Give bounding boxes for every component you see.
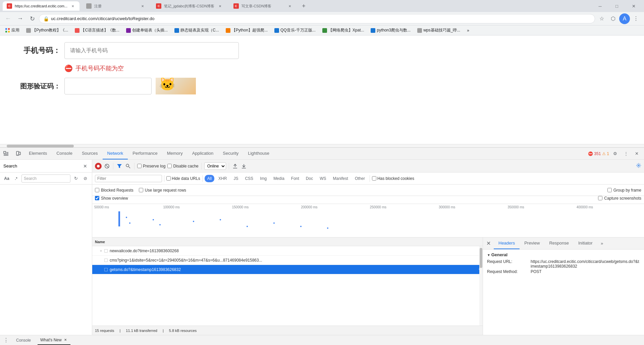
search-network-button[interactable] (125, 163, 131, 169)
search-regex-button[interactable]: .* (12, 175, 20, 183)
captcha-image[interactable]: 🐱 (156, 78, 196, 94)
type-btn-xhr[interactable]: XHR (216, 175, 229, 182)
extensions-icon[interactable]: ⬡ (608, 13, 619, 24)
has-blocked-cookies-checkbox[interactable]: Has blocked cookies (372, 176, 414, 181)
tab-3-close[interactable]: ✕ (217, 3, 223, 9)
type-btn-ws[interactable]: WS (317, 175, 329, 182)
type-btn-font[interactable]: Font (288, 175, 302, 182)
bookmark-xpath[interactable]: 【网络爬虫】Xpat... (320, 27, 367, 34)
disable-cache-input[interactable] (167, 164, 172, 168)
bottom-tab-console[interactable]: Console (13, 336, 34, 345)
bookmark-wps[interactable]: wps基础技巧篇_哔... (415, 27, 463, 34)
bookmark-more[interactable]: » (464, 27, 472, 34)
search-input[interactable]: Search (24, 176, 68, 181)
tab-2-close[interactable]: ✕ (140, 3, 145, 9)
tab-1-close[interactable]: ✕ (70, 3, 75, 9)
devtools-tab-memory[interactable]: Memory (162, 148, 187, 159)
devtools-tab-application[interactable]: Application (187, 148, 218, 159)
bookmark-linkedlist[interactable]: 创建单链表（头插... (123, 27, 170, 34)
large-rows-checkbox[interactable]: Use large request rows (139, 188, 186, 193)
close-button[interactable]: ✕ (626, 1, 641, 11)
detail-tab-response[interactable]: Response (544, 237, 574, 249)
import-har-button[interactable] (232, 163, 238, 169)
bookmark-static[interactable]: 静态链表及实现（C... (172, 27, 222, 34)
page-scrollbar-h[interactable] (0, 144, 644, 147)
bottom-more-button[interactable]: ⋮ (3, 337, 9, 344)
maximize-button[interactable]: □ (609, 1, 625, 11)
forward-button[interactable]: → (15, 13, 25, 24)
network-settings-icon[interactable] (636, 163, 641, 169)
devtools-device-icon[interactable] (12, 148, 24, 159)
profile-icon[interactable]: A (619, 13, 630, 24)
record-button[interactable] (95, 163, 102, 169)
address-bar[interactable]: 🔒 uc.creditcard.ecitic.com/citiccard/ucw… (39, 14, 595, 23)
bookmark-star-icon[interactable]: ☆ (596, 13, 607, 24)
devtools-tab-performance[interactable]: Performance (128, 148, 162, 159)
type-btn-all[interactable]: All (205, 175, 214, 182)
show-overview-input[interactable] (95, 196, 99, 200)
filter-input[interactable] (95, 175, 162, 182)
search-refresh-button[interactable]: ↻ (72, 175, 80, 183)
minimize-button[interactable]: ─ (592, 1, 608, 11)
type-btn-manifest[interactable]: Manifest (330, 175, 351, 182)
type-btn-doc[interactable]: Doc (303, 175, 316, 182)
refresh-button[interactable]: ↻ (27, 13, 38, 24)
table-row[interactable]: getsms.do?&timestamp1613983626832 ▼ (92, 265, 483, 274)
bookmark-apps[interactable]: 应用 (3, 27, 22, 34)
devtools-close-button[interactable]: ✕ (632, 149, 641, 158)
bookmark-py3[interactable]: python3爬虫与数... (368, 27, 413, 34)
back-button[interactable]: ← (3, 13, 13, 24)
devtools-inspect-icon[interactable] (0, 148, 12, 159)
bookmark-c[interactable]: 【C语言描述】《数... (72, 27, 122, 34)
detail-tab-headers[interactable]: Headers (494, 237, 520, 249)
requests-list-scrollbar[interactable] (479, 246, 483, 326)
has-blocked-cookies-input[interactable] (372, 176, 376, 181)
group-by-frame-input[interactable] (607, 188, 612, 192)
bookmark-qq-music[interactable]: QQ音乐-千万正版... (272, 27, 318, 34)
bottom-tab-whats-new[interactable]: What's New ✕ (38, 336, 70, 345)
type-btn-css[interactable]: CSS (242, 175, 256, 182)
type-btn-media[interactable]: Media (271, 175, 287, 182)
capture-screenshots-checkbox[interactable]: Capture screenshots (598, 196, 641, 201)
blocked-requests-input[interactable] (95, 188, 99, 192)
devtools-tab-console[interactable]: Console (52, 148, 77, 159)
disable-cache-checkbox[interactable]: Disable cache (167, 164, 198, 168)
tab-2[interactable]: 注册 ✕ (82, 1, 149, 11)
show-overview-checkbox[interactable]: Show overview (95, 196, 128, 201)
capture-screenshots-input[interactable] (598, 196, 602, 200)
table-row[interactable]: newvalicode.do?time=1613983600268 (92, 246, 483, 256)
table-row[interactable]: cms?ping=1&idsite=5&rec=1&r=294005&h=16&… (92, 256, 483, 265)
devtools-tab-network[interactable]: Network (103, 148, 128, 159)
group-by-frame-checkbox[interactable]: Group by frame (607, 188, 641, 193)
detail-tab-preview[interactable]: Preview (520, 237, 544, 249)
export-har-button[interactable] (240, 163, 247, 169)
detail-close-button[interactable]: ✕ (483, 237, 494, 249)
detail-tab-initiator[interactable]: Initiator (574, 237, 597, 249)
bookmark-crawler[interactable]: 【Python】超强爬... (223, 27, 270, 34)
tab-1[interactable]: C https://uc.creditcard.ecitic.com... ✕ (3, 1, 79, 11)
more-menu-button[interactable]: ⋮ (631, 13, 641, 24)
devtools-tab-security[interactable]: Security (218, 148, 243, 159)
search-close-button[interactable]: ✕ (82, 163, 89, 169)
tab-4-close[interactable]: ✕ (287, 3, 292, 9)
tab-4[interactable]: C 写文章-CSDN博客 ✕ (229, 1, 297, 11)
filter-button[interactable] (116, 163, 123, 169)
captcha-input[interactable] (64, 78, 152, 94)
preserve-log-input[interactable] (137, 164, 142, 168)
large-rows-input[interactable] (139, 188, 143, 192)
preserve-log-checkbox[interactable]: Preserve log (137, 164, 165, 168)
search-case-sensitive-button[interactable]: Aa (3, 175, 11, 183)
clear-button[interactable] (104, 163, 110, 169)
devtools-tab-lighthouse[interactable]: Lighthouse (243, 148, 274, 159)
search-block-button[interactable]: ⊘ (81, 175, 89, 183)
new-tab-button[interactable]: + (299, 1, 309, 11)
network-throttle-select[interactable]: Online (204, 162, 226, 170)
devtools-tab-elements[interactable]: Elements (24, 148, 52, 159)
type-btn-js[interactable]: JS (231, 175, 241, 182)
type-btn-other[interactable]: Other (352, 175, 368, 182)
tab-3[interactable]: C 笔记_jgdabc的博客-CSDN博客 ✕ (152, 1, 226, 11)
devtools-more-button[interactable]: ⋮ (621, 149, 631, 158)
general-section-title[interactable]: General (487, 252, 640, 257)
bookmark-python[interactable]: 【Python教程】《... (23, 27, 71, 34)
whats-new-close-button[interactable]: ✕ (63, 338, 68, 342)
